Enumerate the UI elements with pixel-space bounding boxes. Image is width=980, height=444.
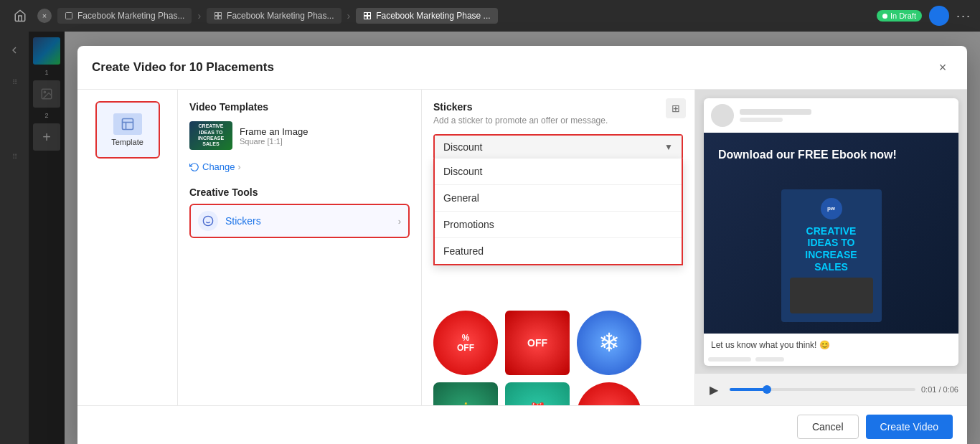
scene-1-thumb[interactable]: [33, 37, 60, 65]
dropdown-item-promotions[interactable]: Promotions: [435, 212, 682, 238]
status-badge: In Draft: [877, 10, 922, 22]
modal-overlay: Create Video for 10 Placements × Templat…: [65, 32, 980, 444]
avatar[interactable]: [929, 6, 949, 26]
svg-rect-2: [219, 13, 222, 16]
book-cover: pw CREATIVEIDEAS TOINCREASESALES: [781, 189, 882, 322]
top-bar: × Facebook Marketing Phas... › Facebook …: [0, 0, 980, 32]
top-bar-right: In Draft ···: [877, 6, 971, 26]
left-sidebar: ⠿ ⠿: [0, 32, 29, 444]
tab-1[interactable]: Facebook Marketing Phas...: [57, 8, 192, 24]
post-image: Download our FREE Ebook now! pw CREATIVE…: [704, 133, 958, 334]
dropdown-item-discount[interactable]: Discount: [435, 159, 682, 185]
change-label: Change: [202, 161, 235, 172]
template-icon: [113, 113, 142, 135]
change-arrow-icon: ›: [238, 162, 241, 172]
scene-2-number: 2: [44, 112, 48, 119]
post-image-headline: Download our FREE Ebook now!: [704, 133, 958, 177]
dropdown-item-general[interactable]: General: [435, 185, 682, 212]
dropdown-selected-label: Discount: [443, 141, 482, 153]
sticker-grid: %OFF OFF ❄ 🎄 10% OFF 🎁 10%: [433, 311, 683, 405]
vt-name: Frame an Image: [240, 126, 410, 137]
post-card: Download our FREE Ebook now! pw CREATIVE…: [704, 98, 958, 366]
creative-tools-title: Creative Tools: [189, 186, 410, 198]
tab-close-btn[interactable]: ×: [37, 9, 52, 23]
add-scene-btn[interactable]: +: [33, 123, 60, 151]
tab-2[interactable]: Facebook Marketing Phas...: [207, 8, 341, 24]
sticker-category-dropdown[interactable]: Discount ▼ Discount General Promotions F…: [433, 134, 683, 160]
stickers-label: Stickers: [225, 215, 391, 227]
dropdown-selected-item[interactable]: Discount ▼: [435, 136, 682, 159]
stickers-panel: Stickers Add a sticker to promote an off…: [422, 90, 694, 405]
stickers-row[interactable]: Stickers ›: [189, 204, 410, 238]
toggle-view-btn[interactable]: ⊞: [666, 98, 686, 118]
modal-footer: Cancel Create Video: [77, 405, 967, 444]
book-cover-title: CREATIVEIDEAS TOINCREASESALES: [805, 225, 857, 273]
sticker-red-10[interactable]: 10% OFF: [577, 382, 641, 405]
tab-2-label: Facebook Marketing Phas...: [227, 11, 334, 21]
create-video-modal: Create Video for 10 Placements × Templat…: [77, 46, 967, 444]
dropdown-item-featured[interactable]: Featured: [435, 238, 682, 264]
svg-rect-0: [66, 13, 72, 19]
cancel-button[interactable]: Cancel: [797, 415, 859, 439]
post-footer: [704, 357, 958, 366]
post-footer-line1: [708, 357, 751, 362]
vt-sub: Square [1:1]: [240, 137, 410, 146]
tab-sep-1: ›: [197, 10, 201, 22]
tab-sep-2: ›: [347, 10, 351, 22]
template-selector[interactable]: Template: [95, 101, 160, 159]
close-x-label: ×: [939, 60, 947, 75]
play-btn[interactable]: ▶: [704, 379, 724, 400]
template-panel: Template: [77, 90, 178, 405]
sticker-green-off[interactable]: OFF: [505, 311, 570, 375]
tab-1-label: Facebook Marketing Phas...: [77, 11, 184, 21]
svg-point-13: [203, 216, 212, 225]
drag-handle-2[interactable]: ⠿: [3, 145, 26, 168]
home-icon[interactable]: [9, 4, 32, 27]
drag-handle-1[interactable]: ⠿: [3, 70, 26, 93]
post-caption: Let us know what you think! 😊: [704, 334, 958, 357]
svg-rect-4: [219, 16, 222, 19]
change-template-btn[interactable]: Change ›: [189, 159, 410, 175]
stickers-panel-subtitle: Add a sticker to promote an offer or mes…: [433, 115, 683, 126]
book-cover-people: [790, 278, 873, 313]
scene-1-image: [33, 37, 60, 65]
svg-rect-8: [368, 16, 371, 19]
preview-scroll-area[interactable]: Download our FREE Ebook now! pw CREATIVE…: [695, 90, 967, 373]
book-cover-logo: pw: [821, 198, 842, 219]
post-avatar: [711, 104, 734, 127]
modal-close-btn[interactable]: ×: [933, 57, 953, 77]
vt-thumb: CREATIVEIDEAS TOINCREASESALES: [189, 121, 232, 150]
post-image-content: pw CREATIVEIDEAS TOINCREASESALES: [704, 177, 958, 334]
stickers-icon: [198, 211, 218, 231]
modal-body: Template Video Templates CREATIVEIDEAS T…: [77, 90, 967, 405]
post-line2: [740, 118, 783, 122]
more-options-btn[interactable]: ···: [956, 9, 971, 24]
svg-rect-7: [364, 16, 367, 19]
sticker-ornament[interactable]: 🎄 10% OFF: [433, 382, 498, 405]
progress-fill: [730, 388, 767, 391]
svg-rect-11: [122, 119, 133, 130]
progress-track[interactable]: [730, 388, 915, 391]
svg-rect-1: [215, 13, 218, 16]
post-lines: [740, 109, 951, 122]
svg-rect-5: [364, 13, 367, 16]
post-image-inner: Download our FREE Ebook now! pw CREATIVE…: [704, 133, 958, 334]
middle-panel: Video Templates CREATIVEIDEAS TOINCREASE…: [178, 90, 422, 405]
create-video-button[interactable]: Create Video: [866, 415, 953, 439]
template-label: Template: [111, 138, 143, 146]
video-templates-title: Video Templates: [189, 101, 410, 113]
scene-2-thumb[interactable]: [33, 80, 60, 108]
svg-point-10: [44, 91, 45, 93]
scene-1-number: 1: [44, 69, 48, 76]
status-text: In Draft: [890, 11, 916, 20]
dropdown-arrow-icon: ▼: [664, 142, 673, 152]
tab-3[interactable]: Facebook Marketing Phase ...: [356, 8, 497, 24]
sticker-snowflake[interactable]: ❄: [577, 311, 641, 375]
status-dot: [882, 14, 887, 19]
scene-panel: 1 2 +: [29, 32, 65, 444]
sticker-gift[interactable]: 🎁 10% OFF: [505, 382, 570, 405]
sidebar-expand-icon[interactable]: [3, 39, 26, 62]
post-footer-line2: [755, 357, 784, 362]
progress-thumb[interactable]: [763, 385, 771, 394]
sticker-red-off[interactable]: %OFF: [433, 311, 498, 375]
